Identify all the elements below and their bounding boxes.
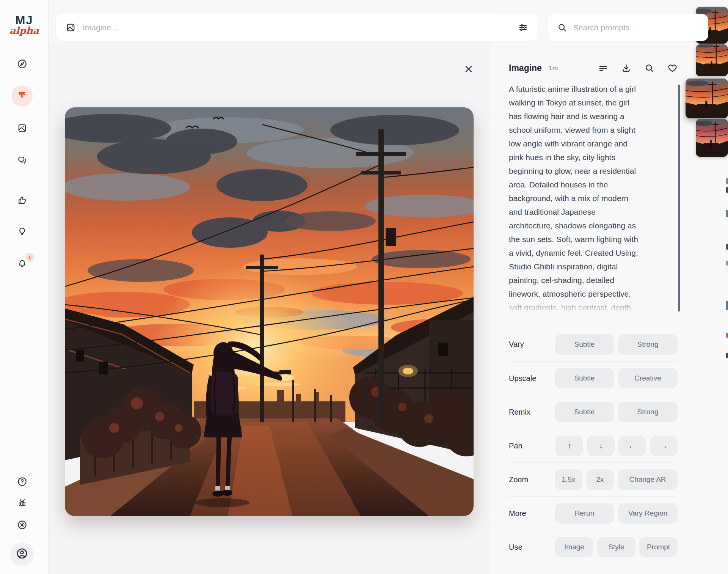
- sidebar-item-create[interactable]: [11, 85, 33, 107]
- close-icon: [463, 64, 474, 76]
- thumbnail-edge-fragment: [726, 244, 728, 250]
- change-ar-button[interactable]: Change AR: [618, 469, 678, 490]
- generated-image[interactable]: [65, 107, 474, 516]
- sidebar-item-ideas[interactable]: [13, 223, 31, 241]
- sidebar-item-gallery[interactable]: [13, 120, 31, 138]
- thumbnail-edge-fragment: [726, 261, 728, 266]
- bell-icon: [17, 259, 27, 270]
- download-icon[interactable]: [621, 63, 631, 73]
- use-prompt-button[interactable]: Prompt: [639, 537, 678, 557]
- action-label: Remix: [509, 408, 530, 417]
- use-image-button[interactable]: Image: [555, 537, 593, 557]
- action-row-use: Use Image Style Prompt: [509, 530, 678, 564]
- remix-strong-button[interactable]: Strong: [618, 402, 678, 422]
- pan-left-button[interactable]: ←: [618, 436, 646, 456]
- action-row-vary: Vary Subtle Strong: [509, 327, 678, 361]
- generation-time: 1m: [549, 64, 558, 72]
- prompt-scrollbar[interactable]: [678, 85, 680, 311]
- thumbnail-edge-fragment: [726, 187, 728, 193]
- filter-lines-icon[interactable]: [598, 63, 608, 73]
- panel-title: Imagine: [509, 63, 542, 73]
- image-icon: [17, 123, 27, 135]
- image-viewer: [49, 44, 490, 574]
- action-label: Pan: [509, 442, 522, 450]
- paint-brush-icon: [17, 90, 27, 102]
- prompt-fade: [509, 298, 672, 315]
- zoom-1-5x-button[interactable]: 1.5x: [555, 469, 582, 490]
- sliders-icon[interactable]: [518, 22, 528, 33]
- action-label: Zoom: [509, 475, 528, 484]
- imagine-input[interactable]: [83, 23, 511, 32]
- vary-subtle-button[interactable]: Subtle: [555, 334, 614, 355]
- logo-alpha: alpha: [0, 25, 49, 36]
- remix-subtle-button[interactable]: Subtle: [555, 402, 614, 422]
- thumbnail-edge-fragment: [726, 353, 728, 358]
- panel-header: Imagine 1m: [509, 63, 678, 73]
- action-label: Upscale: [509, 374, 536, 383]
- sun-circle-icon: [17, 520, 27, 532]
- generation-thumbnail-4[interactable]: [696, 119, 728, 157]
- sidebar-item-likes[interactable]: [13, 192, 31, 210]
- bug-icon: [17, 498, 27, 510]
- vary-strong-button[interactable]: Strong: [618, 334, 678, 355]
- close-button[interactable]: [461, 62, 476, 77]
- sidebar-item-notifications[interactable]: 1: [13, 255, 31, 274]
- notification-badge: 1: [25, 253, 34, 262]
- action-label: More: [509, 509, 526, 518]
- search-bar: [548, 14, 708, 41]
- lightbulb-icon: [17, 226, 27, 238]
- action-row-pan: Pan ↑ ↓ ← →: [509, 429, 678, 462]
- sidebar-item-report-bug[interactable]: [13, 494, 31, 513]
- use-style-button[interactable]: Style: [597, 537, 635, 557]
- search-input[interactable]: [573, 23, 699, 32]
- chat-bubbles-icon: [17, 155, 27, 167]
- thumbs-up-icon: [17, 195, 27, 207]
- action-list: Vary Subtle Strong Upscale Subtle Creati…: [509, 327, 678, 564]
- generation-thumbnail-3-selected[interactable]: [686, 79, 728, 118]
- action-row-zoom: Zoom 1.5x 2x Change AR: [509, 462, 678, 496]
- sidebar-item-explore[interactable]: [13, 55, 31, 74]
- sidebar-item-chat[interactable]: [13, 152, 31, 170]
- upscale-creative-button[interactable]: Creative: [618, 368, 678, 388]
- sidebar-item-help[interactable]: [13, 473, 31, 491]
- question-circle-icon: [17, 476, 27, 488]
- heart-icon[interactable]: [667, 63, 678, 73]
- thumbnail-edge-fragment: [726, 210, 728, 217]
- rerun-button[interactable]: Rerun: [555, 503, 614, 524]
- user-circle-icon: [16, 547, 28, 561]
- thumbnail-edge-fragment: [726, 178, 728, 184]
- action-row-remix: Remix Subtle Strong: [509, 395, 678, 429]
- sidebar-item-account[interactable]: [10, 543, 34, 566]
- pan-up-button[interactable]: ↑: [555, 436, 583, 456]
- action-label: Vary: [509, 340, 524, 349]
- pan-down-button[interactable]: ↓: [587, 436, 615, 456]
- sidebar-divider: [14, 181, 30, 181]
- generation-thumbnail-2[interactable]: [696, 44, 728, 76]
- compass-icon: [17, 59, 27, 71]
- search-icon: [557, 22, 567, 33]
- app-logo: MJ alpha: [0, 14, 49, 36]
- image-icon: [66, 22, 76, 33]
- thumbnail-edge-fragment: [726, 301, 728, 310]
- sidebar-item-theme[interactable]: [13, 516, 31, 535]
- vary-region-button[interactable]: Vary Region: [618, 503, 678, 524]
- action-label: Use: [509, 543, 522, 552]
- sidebar: MJ alpha 1: [0, 0, 49, 574]
- zoom-2x-button[interactable]: 2x: [586, 469, 614, 490]
- prompt-container[interactable]: A futuristic anime illustration of a gir…: [509, 82, 678, 315]
- action-row-upscale: Upscale Subtle Creative: [509, 361, 678, 395]
- imagine-bar: [56, 14, 538, 41]
- action-row-more: More Rerun Vary Region: [509, 496, 678, 530]
- thumbnail-edge-fragment: [726, 333, 728, 338]
- prompt-text: A futuristic anime illustration of a gir…: [509, 82, 670, 315]
- search-icon[interactable]: [644, 63, 654, 73]
- upscale-subtle-button[interactable]: Subtle: [555, 368, 614, 388]
- pan-right-button[interactable]: →: [650, 436, 678, 456]
